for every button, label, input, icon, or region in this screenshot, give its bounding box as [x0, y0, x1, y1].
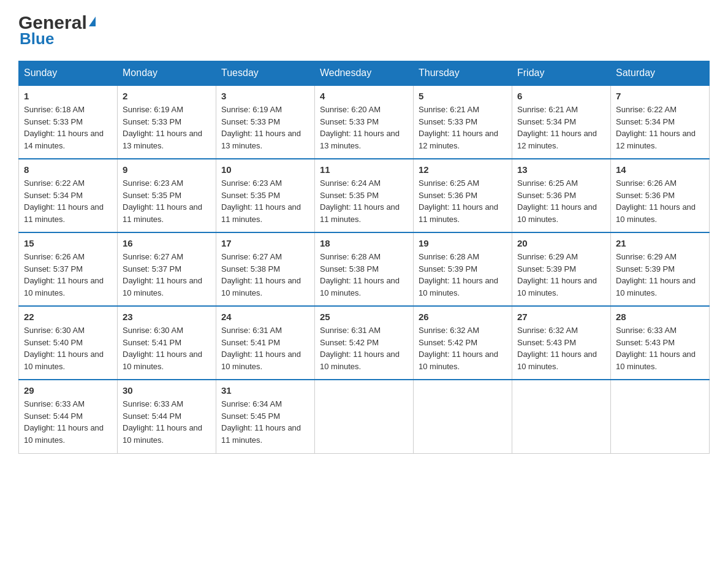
page-header: General Blue: [18, 12, 710, 48]
calendar-cell: 13 Sunrise: 6:25 AMSunset: 5:36 PMDaylig…: [512, 159, 611, 232]
calendar-cell: 22 Sunrise: 6:30 AMSunset: 5:40 PMDaylig…: [19, 306, 118, 380]
day-info: Sunrise: 6:25 AMSunset: 5:36 PMDaylight:…: [419, 178, 498, 224]
calendar-table: SundayMondayTuesdayWednesdayThursdayFrid…: [18, 61, 710, 454]
calendar-cell: 19 Sunrise: 6:28 AMSunset: 5:39 PMDaylig…: [414, 232, 512, 306]
day-number: 5: [419, 91, 507, 101]
calendar-week-row: 29 Sunrise: 6:33 AMSunset: 5:44 PMDaylig…: [19, 380, 710, 453]
column-header-tuesday: Tuesday: [216, 61, 315, 86]
calendar-week-row: 15 Sunrise: 6:26 AMSunset: 5:37 PMDaylig…: [19, 232, 710, 306]
day-number: 7: [616, 91, 704, 101]
calendar-cell: 11 Sunrise: 6:24 AMSunset: 5:35 PMDaylig…: [315, 159, 414, 232]
day-info: Sunrise: 6:33 AMSunset: 5:44 PMDaylight:…: [24, 399, 104, 445]
day-number: 29: [24, 385, 112, 396]
column-header-monday: Monday: [118, 61, 216, 86]
day-info: Sunrise: 6:29 AMSunset: 5:39 PMDaylight:…: [517, 252, 597, 297]
day-number: 21: [616, 238, 704, 248]
calendar-cell: 30 Sunrise: 6:33 AMSunset: 5:44 PMDaylig…: [118, 380, 216, 453]
calendar-cell: 2 Sunrise: 6:19 AMSunset: 5:33 PMDayligh…: [118, 85, 216, 159]
day-info: Sunrise: 6:18 AMSunset: 5:33 PMDaylight:…: [24, 105, 104, 150]
day-info: Sunrise: 6:26 AMSunset: 5:37 PMDaylight:…: [24, 252, 104, 297]
day-info: Sunrise: 6:23 AMSunset: 5:35 PMDaylight:…: [221, 178, 301, 224]
column-header-friday: Friday: [512, 61, 611, 86]
day-number: 23: [123, 312, 211, 322]
day-info: Sunrise: 6:31 AMSunset: 5:41 PMDaylight:…: [221, 326, 301, 371]
day-number: 18: [320, 238, 408, 248]
calendar-cell: 25 Sunrise: 6:31 AMSunset: 5:42 PMDaylig…: [315, 306, 414, 380]
calendar-cell: 18 Sunrise: 6:28 AMSunset: 5:38 PMDaylig…: [315, 232, 414, 306]
calendar-cell: 9 Sunrise: 6:23 AMSunset: 5:35 PMDayligh…: [118, 159, 216, 232]
calendar-cell: 23 Sunrise: 6:30 AMSunset: 5:41 PMDaylig…: [118, 306, 216, 380]
calendar-cell: 1 Sunrise: 6:18 AMSunset: 5:33 PMDayligh…: [19, 85, 118, 159]
day-info: Sunrise: 6:32 AMSunset: 5:42 PMDaylight:…: [419, 326, 498, 371]
day-info: Sunrise: 6:19 AMSunset: 5:33 PMDaylight:…: [221, 105, 301, 150]
day-number: 22: [24, 312, 112, 322]
day-number: 15: [24, 238, 112, 248]
calendar-cell: 20 Sunrise: 6:29 AMSunset: 5:39 PMDaylig…: [512, 232, 611, 306]
calendar-cell: 6 Sunrise: 6:21 AMSunset: 5:34 PMDayligh…: [512, 85, 611, 159]
day-info: Sunrise: 6:27 AMSunset: 5:38 PMDaylight:…: [221, 252, 301, 297]
day-info: Sunrise: 6:24 AMSunset: 5:35 PMDaylight:…: [320, 178, 400, 224]
day-info: Sunrise: 6:25 AMSunset: 5:36 PMDaylight:…: [517, 178, 597, 224]
calendar-cell: 26 Sunrise: 6:32 AMSunset: 5:42 PMDaylig…: [414, 306, 512, 380]
column-header-saturday: Saturday: [611, 61, 710, 86]
calendar-cell: 5 Sunrise: 6:21 AMSunset: 5:33 PMDayligh…: [414, 85, 512, 159]
calendar-cell: 3 Sunrise: 6:19 AMSunset: 5:33 PMDayligh…: [216, 85, 315, 159]
calendar-week-row: 8 Sunrise: 6:22 AMSunset: 5:34 PMDayligh…: [19, 159, 710, 232]
day-info: Sunrise: 6:27 AMSunset: 5:37 PMDaylight:…: [123, 252, 202, 297]
day-info: Sunrise: 6:19 AMSunset: 5:33 PMDaylight:…: [123, 105, 202, 150]
day-number: 20: [517, 238, 605, 248]
calendar-cell: 29 Sunrise: 6:33 AMSunset: 5:44 PMDaylig…: [19, 380, 118, 453]
day-info: Sunrise: 6:28 AMSunset: 5:39 PMDaylight:…: [419, 252, 498, 297]
day-info: Sunrise: 6:20 AMSunset: 5:33 PMDaylight:…: [320, 105, 400, 150]
calendar-cell: 16 Sunrise: 6:27 AMSunset: 5:37 PMDaylig…: [118, 232, 216, 306]
day-number: 30: [123, 385, 211, 396]
day-number: 11: [320, 164, 408, 175]
calendar-header-row: SundayMondayTuesdayWednesdayThursdayFrid…: [19, 61, 710, 86]
day-number: 13: [517, 164, 605, 175]
day-number: 2: [123, 91, 211, 101]
day-number: 9: [123, 164, 211, 175]
day-info: Sunrise: 6:30 AMSunset: 5:40 PMDaylight:…: [24, 326, 104, 371]
day-info: Sunrise: 6:32 AMSunset: 5:43 PMDaylight:…: [517, 326, 597, 371]
day-info: Sunrise: 6:30 AMSunset: 5:41 PMDaylight:…: [123, 326, 202, 371]
calendar-cell: 28 Sunrise: 6:33 AMSunset: 5:43 PMDaylig…: [611, 306, 710, 380]
day-number: 25: [320, 312, 408, 322]
calendar-cell: 31 Sunrise: 6:34 AMSunset: 5:45 PMDaylig…: [216, 380, 315, 453]
day-number: 3: [221, 91, 309, 101]
calendar-cell: 27 Sunrise: 6:32 AMSunset: 5:43 PMDaylig…: [512, 306, 611, 380]
calendar-cell: 17 Sunrise: 6:27 AMSunset: 5:38 PMDaylig…: [216, 232, 315, 306]
day-info: Sunrise: 6:28 AMSunset: 5:38 PMDaylight:…: [320, 252, 400, 297]
calendar-cell: [414, 380, 512, 453]
calendar-cell: 8 Sunrise: 6:22 AMSunset: 5:34 PMDayligh…: [19, 159, 118, 232]
day-info: Sunrise: 6:21 AMSunset: 5:34 PMDaylight:…: [517, 105, 597, 150]
day-number: 10: [221, 164, 309, 175]
calendar-cell: 15 Sunrise: 6:26 AMSunset: 5:37 PMDaylig…: [19, 232, 118, 306]
day-number: 27: [517, 312, 605, 322]
calendar-cell: 24 Sunrise: 6:31 AMSunset: 5:41 PMDaylig…: [216, 306, 315, 380]
day-info: Sunrise: 6:29 AMSunset: 5:39 PMDaylight:…: [616, 252, 696, 297]
calendar-cell: [315, 380, 414, 453]
calendar-cell: 7 Sunrise: 6:22 AMSunset: 5:34 PMDayligh…: [611, 85, 710, 159]
calendar-week-row: 22 Sunrise: 6:30 AMSunset: 5:40 PMDaylig…: [19, 306, 710, 380]
day-number: 17: [221, 238, 309, 248]
column-header-wednesday: Wednesday: [315, 61, 414, 86]
calendar-cell: 12 Sunrise: 6:25 AMSunset: 5:36 PMDaylig…: [414, 159, 512, 232]
calendar-cell: 21 Sunrise: 6:29 AMSunset: 5:39 PMDaylig…: [611, 232, 710, 306]
calendar-cell: 14 Sunrise: 6:26 AMSunset: 5:36 PMDaylig…: [611, 159, 710, 232]
day-info: Sunrise: 6:33 AMSunset: 5:43 PMDaylight:…: [616, 326, 696, 371]
day-info: Sunrise: 6:34 AMSunset: 5:45 PMDaylight:…: [221, 399, 301, 445]
column-header-sunday: Sunday: [19, 61, 118, 86]
day-number: 12: [419, 164, 507, 175]
day-number: 28: [616, 312, 704, 322]
calendar-cell: 4 Sunrise: 6:20 AMSunset: 5:33 PMDayligh…: [315, 85, 414, 159]
logo: General Blue: [18, 12, 96, 48]
calendar-cell: [611, 380, 710, 453]
column-header-thursday: Thursday: [414, 61, 512, 86]
day-number: 19: [419, 238, 507, 248]
day-number: 6: [517, 91, 605, 101]
calendar-cell: [512, 380, 611, 453]
day-info: Sunrise: 6:22 AMSunset: 5:34 PMDaylight:…: [24, 178, 104, 224]
logo-triangle-icon: [89, 17, 96, 26]
calendar-cell: 10 Sunrise: 6:23 AMSunset: 5:35 PMDaylig…: [216, 159, 315, 232]
day-number: 1: [24, 91, 112, 101]
